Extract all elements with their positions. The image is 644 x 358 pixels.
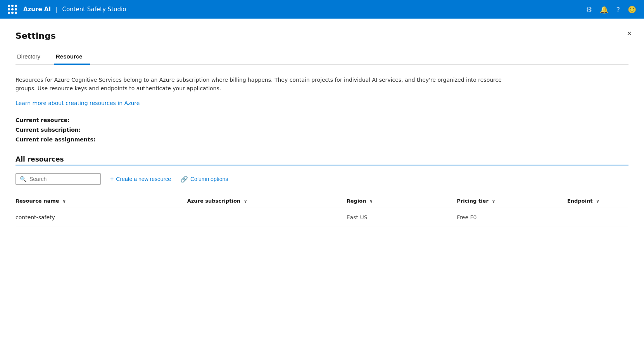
col-header-subscription[interactable]: Azure subscription ∨ bbox=[187, 194, 347, 208]
all-resources-title: All resources bbox=[16, 155, 64, 163]
settings-panel: × Settings Directory Resource Resources … bbox=[0, 19, 644, 358]
search-icon: 🔍 bbox=[20, 176, 26, 182]
tab-bar: Directory Resource bbox=[16, 50, 628, 65]
sort-region-icon: ∨ bbox=[369, 199, 373, 204]
resource-description: Resources for Azure Cognitive Services b… bbox=[16, 76, 520, 93]
plus-icon: + bbox=[110, 176, 114, 182]
resources-table: Resource name ∨ Azure subscription ∨ Reg… bbox=[16, 194, 628, 227]
create-resource-button[interactable]: + Create a new resource bbox=[110, 176, 171, 182]
settings-title: Settings bbox=[16, 31, 628, 41]
help-icon[interactable]: ? bbox=[616, 5, 620, 14]
cell-pricing-tier: Free F0 bbox=[457, 208, 567, 227]
cell-resource-name: content-safety bbox=[16, 208, 187, 227]
tab-directory[interactable]: Directory bbox=[16, 50, 48, 64]
topbar: Azure AI | Content Safety Studio ⚙ 🔔 ? 🙂 bbox=[0, 0, 644, 19]
col-header-region[interactable]: Region ∨ bbox=[347, 194, 457, 208]
learn-more-link[interactable]: Learn more about creating resources in A… bbox=[16, 100, 140, 106]
column-options-label: Column options bbox=[190, 176, 228, 182]
all-resources-underline bbox=[16, 165, 628, 165]
cell-subscription bbox=[187, 208, 347, 227]
resources-toolbar: 🔍 + Create a new resource 🔗 Column optio… bbox=[16, 173, 628, 185]
current-resource-info: Current resource: Current subscription: … bbox=[16, 115, 628, 145]
close-button[interactable]: × bbox=[627, 29, 632, 37]
notifications-icon[interactable]: 🔔 bbox=[600, 5, 608, 14]
current-subscription-label: Current subscription: bbox=[16, 125, 628, 135]
sort-subscription-icon: ∨ bbox=[244, 199, 247, 204]
topbar-divider: | bbox=[55, 6, 57, 13]
sort-resource-name-icon: ∨ bbox=[62, 199, 66, 204]
all-resources-section: All resources 🔍 + Create a new resource … bbox=[16, 155, 628, 227]
brand-name: Azure AI bbox=[23, 6, 51, 13]
cell-region: East US bbox=[347, 208, 457, 227]
cell-endpoint bbox=[567, 208, 628, 227]
table-row[interactable]: content-safety East US Free F0 bbox=[16, 208, 628, 227]
app-name: Content Safety Studio bbox=[62, 6, 126, 13]
create-resource-label: Create a new resource bbox=[116, 176, 171, 182]
current-role-label: Current role assignments: bbox=[16, 135, 628, 145]
col-header-endpoint[interactable]: Endpoint ∨ bbox=[567, 194, 628, 208]
columns-icon: 🔗 bbox=[180, 176, 188, 183]
search-input[interactable] bbox=[29, 176, 97, 182]
tab-resource[interactable]: Resource bbox=[54, 50, 90, 64]
column-options-button[interactable]: 🔗 Column options bbox=[180, 176, 228, 183]
sort-endpoint-icon: ∨ bbox=[596, 199, 599, 204]
sort-pricing-icon: ∨ bbox=[492, 199, 495, 204]
user-avatar-icon[interactable]: 🙂 bbox=[628, 5, 636, 14]
col-header-resource-name[interactable]: Resource name ∨ bbox=[16, 194, 187, 208]
col-header-pricing-tier[interactable]: Pricing tier ∨ bbox=[457, 194, 567, 208]
search-box[interactable]: 🔍 bbox=[16, 173, 101, 185]
topbar-actions: ⚙ 🔔 ? 🙂 bbox=[586, 5, 636, 14]
current-resource-label: Current resource: bbox=[16, 115, 628, 125]
settings-icon[interactable]: ⚙ bbox=[586, 5, 592, 14]
app-grid-icon[interactable] bbox=[8, 5, 17, 14]
